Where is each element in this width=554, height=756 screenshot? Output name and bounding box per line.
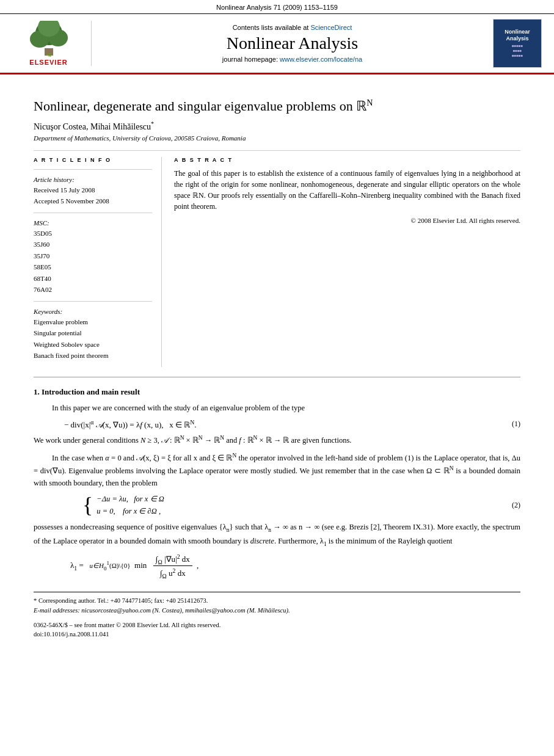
elsevier-tree-icon: 🌿 bbox=[21, 21, 76, 57]
history-block: Article history: Received 15 July 2008 A… bbox=[34, 176, 152, 206]
history-label: Article history: bbox=[34, 176, 152, 183]
para-4: possesses a nondecreasing sequence of po… bbox=[34, 521, 520, 548]
footnote-star: * Corresponding author. Tel.: +40 744771… bbox=[34, 596, 520, 606]
msc-76a02: 76A02 bbox=[34, 285, 152, 295]
msc-block: MSC: 35D05 35J60 35J70 58E05 68T40 76A02 bbox=[34, 219, 152, 295]
authors-line: Nicuşor Costea, Mihai Mihăilescu* bbox=[34, 120, 520, 132]
journal-citation-bar: Nonlinear Analysis 71 (2009) 1153–1159 bbox=[0, 0, 554, 14]
abstract-heading: A B S T R A C T bbox=[174, 157, 520, 163]
main-content: Nonlinear, degenerate and singular eigen… bbox=[0, 75, 554, 652]
msc-35d05: 35D05 bbox=[34, 228, 152, 239]
rayleigh-quotient: λ1 = u∈H01(Ω)\{0} min ∫Ω |∇u|2 dx ∫Ω u2 … bbox=[70, 553, 520, 580]
abstract-col: A B S T R A C T The goal of this paper i… bbox=[174, 157, 520, 367]
msc-35j60: 35J60 bbox=[34, 239, 152, 250]
journal-cover-image: NonlinearAnalysis ■■■■■■■■■■■■■■ bbox=[493, 19, 542, 68]
keywords-label: Keywords: bbox=[34, 308, 152, 315]
homepage-link[interactable]: www.elsevier.com/locate/na bbox=[280, 56, 362, 63]
equation-1-row: − div(|x|α 𝒜(x, ∇u)) = λf (x, u), x ∈ ℝN… bbox=[64, 419, 520, 430]
footnote-area: * Corresponding author. Tel.: +40 744771… bbox=[34, 592, 520, 639]
svg-text:🌿: 🌿 bbox=[46, 53, 51, 57]
keywords-block: Keywords: Eigenvalue problem Singular po… bbox=[34, 308, 152, 361]
journal-header: 🌿 ELSEVIER Contents lists available at S… bbox=[0, 14, 554, 75]
elsevier-logo: 🌿 ELSEVIER bbox=[12, 21, 92, 66]
kw-4: Banach fixed point theorem bbox=[34, 351, 152, 361]
equation-1-number: (1) bbox=[512, 420, 520, 429]
info-divider-3 bbox=[34, 301, 152, 302]
msc-58e05: 58E05 bbox=[34, 262, 152, 272]
equation-2-system: { −Δu = λu, for x ∈ Ω u = 0, for x ∈ ∂Ω … bbox=[82, 494, 164, 516]
footnote-issn: 0362-546X/$ – see front matter © 2008 El… bbox=[34, 620, 520, 630]
footnote-email: E-mail addresses: nicusorcostea@yahoo.co… bbox=[34, 606, 520, 616]
kw-1: Eigenvalue problem bbox=[34, 317, 152, 327]
affiliation: Department of Mathematics, University of… bbox=[34, 134, 520, 142]
msc-35j70: 35J70 bbox=[34, 251, 152, 261]
copyright-line: © 2008 Elsevier Ltd. All rights reserved… bbox=[174, 217, 520, 224]
sciencedirect-link[interactable]: ScienceDirect bbox=[310, 24, 352, 31]
kw-2: Singular potential bbox=[34, 328, 152, 338]
divider-1 bbox=[34, 150, 520, 151]
journal-center: Contents lists available at ScienceDirec… bbox=[98, 24, 487, 63]
para-1: In this paper we are concerned with the … bbox=[34, 402, 520, 414]
article-info-col: A R T I C L E I N F O Article history: R… bbox=[34, 157, 162, 367]
kw-3: Weighted Sobolev space bbox=[34, 340, 152, 350]
accepted-date: Accepted 5 November 2008 bbox=[34, 196, 152, 206]
equation-1-content: − div(|x|α 𝒜(x, ∇u)) = λf (x, u), x ∈ ℝN… bbox=[64, 419, 197, 430]
elsevier-brand-text: ELSEVIER bbox=[29, 59, 67, 66]
article-info-abstract: A R T I C L E I N F O Article history: R… bbox=[34, 157, 520, 367]
citation-text: Nonlinear Analysis 71 (2009) 1153–1159 bbox=[216, 4, 338, 11]
abstract-text: The goal of this paper is to establish t… bbox=[174, 168, 520, 212]
sciencedirect-line: Contents lists available at ScienceDirec… bbox=[98, 24, 487, 31]
para-2: We work under general conditions N ≥ 3, … bbox=[34, 434, 520, 446]
para-3: In the case when α = 0 and 𝒜(x, ξ) = ξ f… bbox=[34, 451, 520, 489]
section-1-heading: 1. Introduction and main result bbox=[34, 387, 520, 397]
article-info-heading: A R T I C L E I N F O bbox=[34, 157, 152, 163]
paper-title: Nonlinear, degenerate and singular eigen… bbox=[34, 98, 373, 114]
msc-68t40: 68T40 bbox=[34, 274, 152, 284]
eq2-line2: u = 0, for x ∈ ∂Ω , bbox=[97, 506, 164, 516]
divider-2 bbox=[34, 377, 520, 377]
equation-2-number: (2) bbox=[512, 501, 520, 510]
msc-label: MSC: bbox=[34, 219, 152, 227]
info-divider bbox=[34, 169, 152, 170]
eq2-line1: −Δu = λu, for x ∈ Ω bbox=[97, 494, 164, 504]
journal-title: Nonlinear Analysis bbox=[98, 34, 487, 53]
homepage-line: journal homepage: www.elsevier.com/locat… bbox=[98, 56, 487, 63]
received-date: Received 15 July 2008 bbox=[34, 185, 152, 195]
footnote-doi: doi:10.1016/j.na.2008.11.041 bbox=[34, 630, 520, 639]
info-divider-2 bbox=[34, 213, 152, 213]
